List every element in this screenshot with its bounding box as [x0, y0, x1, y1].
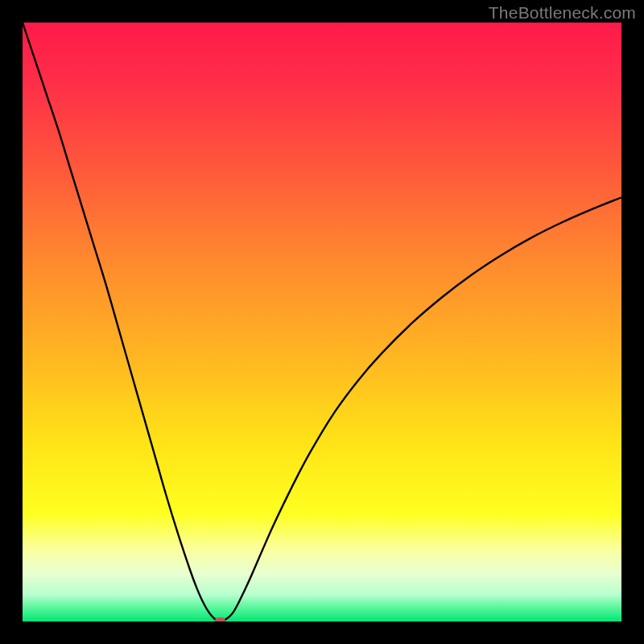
plot-area — [23, 23, 621, 621]
bottleneck-curve — [23, 23, 621, 621]
curve-layer — [23, 23, 621, 621]
chart-frame: TheBottleneck.com — [0, 0, 644, 644]
optimal-point-marker — [215, 617, 225, 621]
watermark-text: TheBottleneck.com — [489, 3, 636, 23]
